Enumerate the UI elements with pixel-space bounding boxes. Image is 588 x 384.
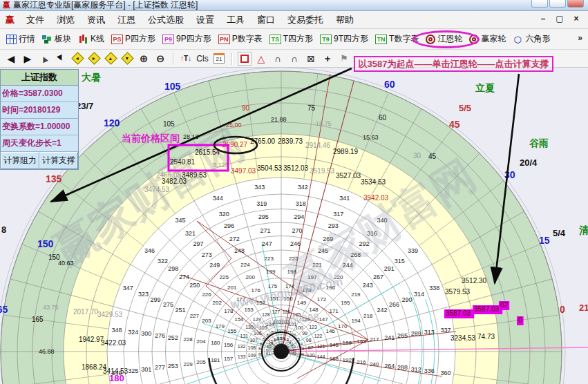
stock-info-panel: 上证指数 价格=3587.0300时间=20180129变换系数=1.00000… <box>0 69 79 170</box>
toolbar-button-quotes[interactable]: 行情 <box>3 32 39 46</box>
svg-text:339: 339 <box>408 247 418 254</box>
annotation-text: 以3587为起点——单击江恩轮——点击计算支撑 <box>359 58 549 70</box>
menu-文件[interactable]: 文件 <box>20 12 50 28</box>
app-window: { "window": { "title": "赢家江恩专业版[赢家服务平台] … <box>0 0 588 384</box>
svg-text:150: 150 <box>37 238 54 249</box>
svg-text:3587.03: 3587.03 <box>474 305 500 313</box>
next-arrow-button[interactable]: ▶ <box>21 52 35 66</box>
window-title: 赢家江恩专业版[赢家服务平台] - [上证指数 江恩轮] <box>13 0 198 11</box>
toolbar-label-hexagon: 六角形 <box>525 33 550 45</box>
svg-text:252: 252 <box>168 334 178 341</box>
xbox-tool-button[interactable]: ⊠ <box>304 52 318 66</box>
square-tool-button[interactable] <box>238 52 252 66</box>
svg-text:132: 132 <box>238 344 246 349</box>
svg-text:60: 60 <box>379 114 387 122</box>
maximize-button[interactable] <box>549 0 566 8</box>
menu-交易委托[interactable]: 交易委托 <box>281 12 330 28</box>
pan-left-button[interactable]: ◂ <box>70 52 84 66</box>
svg-text:343: 343 <box>254 184 265 191</box>
blocks-icon <box>42 35 53 44</box>
svg-text:106: 106 <box>254 331 262 336</box>
svg-text:18.75: 18.75 <box>316 120 332 127</box>
svg-text:25.00: 25.00 <box>226 122 242 128</box>
svg-text:98: 98 <box>306 338 312 343</box>
cls-button[interactable]: Cls <box>196 52 209 66</box>
calc-support-button[interactable]: 计算支撑 <box>39 152 78 169</box>
menu-浏览[interactable]: 浏览 <box>50 12 81 28</box>
svg-text:342: 342 <box>298 184 308 191</box>
menu-公式选股[interactable]: 公式选股 <box>142 12 190 28</box>
toolbar-button-p-table[interactable]: PNP数字表 <box>215 32 266 46</box>
svg-text:240: 240 <box>370 361 379 367</box>
svg-text:264: 264 <box>384 363 395 369</box>
toolbar-button-kline[interactable]: K线 <box>75 32 108 46</box>
svg-text:272: 272 <box>229 236 240 242</box>
mdi-close-button[interactable]: × <box>570 13 582 24</box>
yellow-diamond-icon: ▾ <box>121 52 133 64</box>
rotate-ccw-button[interactable]: ▲ <box>37 52 51 66</box>
hexagon-icon: ⬡ <box>513 35 523 44</box>
toolbar-button-sectors[interactable]: 板块 <box>39 32 75 46</box>
svg-text:135: 135 <box>46 173 62 184</box>
arc-flip-tool-button[interactable]: ∩ <box>287 52 301 66</box>
mdi-window-controls: –▢× <box>537 13 582 24</box>
menu-江恩[interactable]: 江恩 <box>111 12 142 28</box>
svg-text:02: 02 <box>500 301 509 309</box>
svg-text:325: 325 <box>128 367 138 374</box>
flag-tool-button[interactable]: ⚑ <box>337 52 351 66</box>
toolbar-button-hexagon[interactable]: ⬡六角形 <box>509 32 553 46</box>
toolbar-separator <box>173 52 173 65</box>
svg-text:204: 204 <box>196 338 206 345</box>
menu-资讯[interactable]: 资讯 <box>81 12 111 28</box>
svg-text:2765.00: 2765.00 <box>250 137 276 145</box>
minimize-button[interactable] <box>531 0 548 8</box>
svg-text:75: 75 <box>295 337 300 341</box>
mdi-restore-button[interactable]: ▢ <box>553 13 566 24</box>
toolbar-label-sectors: 板块 <box>55 33 71 45</box>
svg-text:318: 318 <box>296 200 306 207</box>
calendar-button[interactable]: 21 <box>212 52 226 66</box>
calc-resistance-button[interactable]: 计算阻力 <box>1 152 39 169</box>
svg-text:266: 266 <box>389 301 399 308</box>
svg-text:8: 8 <box>1 224 6 235</box>
svg-text:277: 277 <box>155 364 165 371</box>
toolbar-button-9t-square[interactable]: T99T四方形 <box>316 32 372 46</box>
t-square-icon: TS <box>269 35 281 44</box>
toolbar-button-9p-square[interactable]: P99P四方形 <box>159 32 215 46</box>
arc-tool-button[interactable]: ∩ <box>271 52 285 66</box>
rotate-cw-button[interactable]: ▲ <box>54 52 68 66</box>
svg-text:348: 348 <box>112 327 122 334</box>
pan-right-button[interactable]: ▸ <box>87 52 101 66</box>
menu-窗口[interactable]: 窗口 <box>251 12 281 28</box>
close-button[interactable] <box>567 0 584 8</box>
mdi-minimize-button[interactable]: – <box>537 13 549 24</box>
time-axis-button[interactable]: ↑T↓ <box>179 52 193 66</box>
svg-text:301: 301 <box>141 366 151 373</box>
toolbar-button-t-square[interactable]: TST四方形 <box>266 32 316 46</box>
pan-up-button[interactable]: ▴ <box>104 52 117 66</box>
panel-row-time: 时间=20180129 <box>1 102 78 119</box>
toolbar-overflow-chevron[interactable]: » <box>578 33 582 43</box>
toolbar-button-p-square[interactable]: PSP四方形 <box>108 32 159 46</box>
pan-down-button[interactable]: ▾ <box>120 52 134 66</box>
zoom-out-button[interactable]: ⊖ <box>153 52 167 66</box>
svg-text:21.88: 21.88 <box>271 116 287 123</box>
svg-text:289: 289 <box>411 330 421 337</box>
svg-text:107: 107 <box>249 338 258 343</box>
crosshair-tool-button[interactable]: + <box>321 52 334 66</box>
svg-text:243: 243 <box>363 282 373 289</box>
svg-text:165: 165 <box>32 316 44 323</box>
menu-工具[interactable]: 工具 <box>220 12 251 28</box>
menu-设置[interactable]: 设置 <box>190 12 220 28</box>
svg-text:3587.03: 3587.03 <box>446 309 471 317</box>
svg-text:3512.03: 3512.03 <box>283 164 309 172</box>
svg-text:3519.53: 3519.53 <box>310 167 335 175</box>
app-icon: 赢 <box>3 0 10 10</box>
zoom-in-button[interactable]: ⊕ <box>137 52 151 66</box>
svg-text:2914.46: 2914.46 <box>305 142 331 149</box>
menu-帮助[interactable]: 帮助 <box>330 12 360 28</box>
prev-arrow-button[interactable]: ◀ <box>4 52 18 66</box>
triangle-tool-button[interactable]: △ <box>254 52 268 66</box>
svg-text:43.75: 43.75 <box>43 304 59 311</box>
svg-text:28.13: 28.13 <box>183 133 199 140</box>
